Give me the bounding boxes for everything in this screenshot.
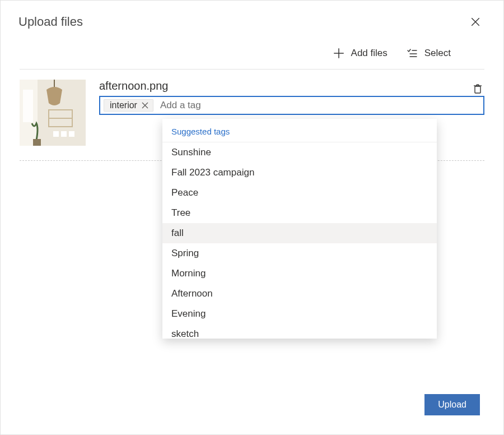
tag-chip-remove[interactable] <box>142 102 148 109</box>
add-files-label: Add files <box>351 48 388 59</box>
dropdown-list[interactable]: SunshineFall 2023 campaignPeaceTreefallS… <box>162 142 437 339</box>
tag-chip: interior <box>104 99 153 112</box>
select-list-icon <box>407 48 418 59</box>
dialog-footer: Upload <box>1 394 503 434</box>
dropdown-item[interactable]: sketch <box>162 324 437 339</box>
svg-rect-13 <box>33 139 41 146</box>
tag-chip-label: interior <box>110 100 137 110</box>
svg-rect-16 <box>69 131 74 137</box>
select-button[interactable]: Select <box>407 48 451 59</box>
dropdown-item[interactable]: Tree <box>162 203 437 223</box>
file-name: afternoon.png <box>99 80 484 96</box>
dropdown-heading: Suggested tags <box>162 119 437 142</box>
svg-rect-19 <box>475 86 480 93</box>
dropdown-item[interactable]: fall <box>162 223 437 243</box>
dropdown-item[interactable]: Fall 2023 campaign <box>162 163 437 183</box>
plus-icon <box>333 48 344 59</box>
file-list: afternoon.png interior Suggested t <box>1 70 503 394</box>
tag-suggestions-dropdown: Suggested tags SunshineFall 2023 campaig… <box>162 119 437 339</box>
dropdown-item[interactable]: Spring <box>162 243 437 263</box>
close-icon <box>470 17 480 27</box>
delete-file-button[interactable] <box>471 82 484 95</box>
tag-text-input[interactable] <box>158 99 480 112</box>
dropdown-item[interactable]: Evening <box>162 304 437 324</box>
dropdown-item[interactable]: Peace <box>162 183 437 203</box>
file-info: afternoon.png interior Suggested t <box>99 80 484 115</box>
add-files-button[interactable]: Add files <box>333 48 388 59</box>
upload-button[interactable]: Upload <box>424 394 480 415</box>
close-button[interactable] <box>468 14 483 30</box>
upload-files-dialog: Upload files Add files Select <box>0 0 504 435</box>
svg-rect-15 <box>61 131 67 137</box>
tag-input-field[interactable]: interior <box>99 96 484 115</box>
dialog-header: Upload files <box>1 1 503 35</box>
dropdown-item[interactable]: Sunshine <box>162 142 437 163</box>
dropdown-item[interactable]: Morning <box>162 263 437 284</box>
svg-rect-14 <box>53 131 59 137</box>
file-thumbnail <box>20 80 86 146</box>
close-icon <box>142 102 148 109</box>
dropdown-item[interactable]: Afternoon <box>162 284 437 304</box>
trash-icon <box>472 83 483 94</box>
dialog-title: Upload files <box>18 15 468 29</box>
file-row: afternoon.png interior Suggested t <box>20 80 484 161</box>
svg-rect-9 <box>23 90 33 122</box>
dialog-toolbar: Add files Select <box>20 35 484 70</box>
select-label: Select <box>424 48 451 59</box>
